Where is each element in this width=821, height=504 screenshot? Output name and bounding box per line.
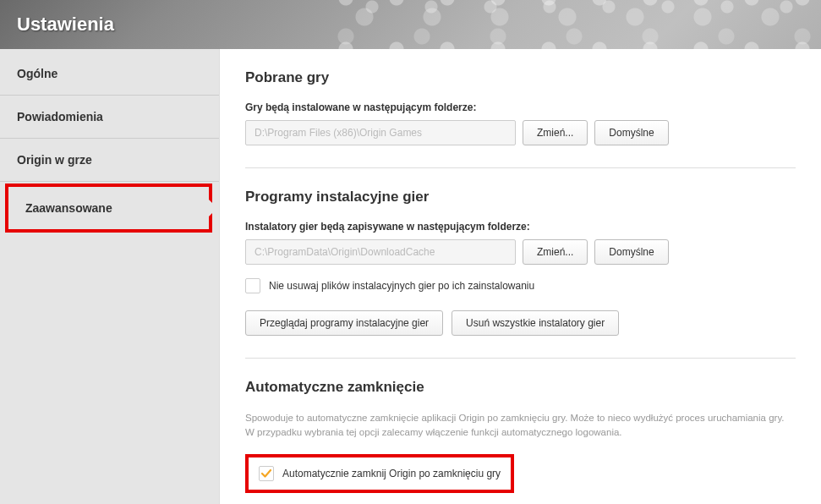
section-title-autoclose: Automatyczne zamknięcie [245, 379, 796, 396]
tab-origin-ingame[interactable]: Origin w grze [0, 139, 219, 182]
keep-installers-checkbox[interactable] [245, 278, 260, 293]
installers-default-button[interactable]: Domyślne [594, 239, 668, 265]
window-header: Ustawienia [0, 0, 821, 49]
delete-installers-button[interactable]: Usuń wszystkie instalatory gier [452, 310, 619, 336]
installers-path-input[interactable] [245, 239, 516, 265]
page-title: Ustawienia [17, 14, 114, 36]
keep-installers-label: Nie usuwaj plików instalacyjnych gier po… [269, 280, 534, 292]
downloads-path-input[interactable] [245, 120, 516, 145]
section-title-installers: Programy instalacyjne gier [245, 189, 796, 205]
tab-notifications[interactable]: Powiadomienia [0, 96, 219, 139]
installers-path-label: Instalatory gier będą zapisywane w nastę… [245, 221, 796, 233]
installers-change-button[interactable]: Zmień... [523, 239, 588, 265]
section-title-downloads: Pobrane gry [245, 69, 796, 86]
divider [245, 358, 796, 359]
browse-installers-button[interactable]: Przeglądaj programy instalacyjne gier [245, 310, 443, 336]
downloads-change-button[interactable]: Zmień... [523, 120, 588, 145]
tab-advanced[interactable]: Zaawansowane [8, 187, 209, 229]
divider [245, 167, 796, 168]
body: Ogólne Powiadomienia Origin w grze Zaawa… [0, 49, 821, 504]
downloads-default-button[interactable]: Domyślne [594, 120, 668, 145]
tab-general[interactable]: Ogólne [0, 52, 219, 96]
highlight-autoclose-checkbox: Automatycznie zamknij Origin po zamknięc… [245, 454, 514, 493]
autoclose-label: Automatycznie zamknij Origin po zamknięc… [282, 468, 501, 479]
content-area: Pobrane gry Gry będą instalowane w nastę… [219, 49, 821, 504]
section-downloaded-games: Pobrane gry Gry będą instalowane w nastę… [245, 69, 796, 145]
section-installers: Programy instalacyjne gier Instalatory g… [245, 189, 796, 336]
autoclose-checkbox[interactable] [259, 466, 274, 481]
section-autoclose: Automatyczne zamknięcie Spowoduje to aut… [245, 379, 796, 493]
highlight-advanced-tab: Zaawansowane [5, 184, 212, 233]
autoclose-description: Spowoduje to automatyczne zamknięcie apl… [245, 411, 796, 441]
sidebar: Ogólne Powiadomienia Origin w grze Zaawa… [0, 49, 219, 504]
check-icon [260, 468, 272, 479]
downloads-path-label: Gry będą instalowane w następującym fold… [245, 101, 796, 113]
